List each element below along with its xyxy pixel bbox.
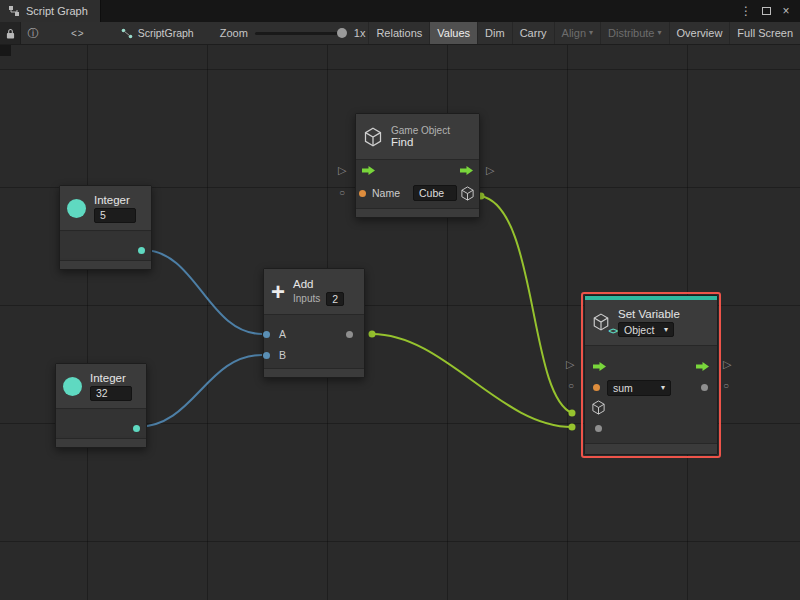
- port-b-label: B: [279, 349, 286, 361]
- graph-canvas[interactable]: Integer 5 Integer 32 + Add Inputs: [0, 45, 800, 600]
- chevron-down-icon: ▾: [658, 29, 662, 37]
- zoom-slider[interactable]: [255, 22, 347, 45]
- wire-add-to-setvariable[interactable]: [372, 334, 572, 427]
- gameobject-cube-icon: [363, 127, 383, 147]
- align-button[interactable]: Align ▾: [554, 22, 600, 44]
- inputs-label: Inputs: [293, 293, 320, 304]
- window-tab-title: Script Graph: [26, 5, 88, 17]
- values-button[interactable]: Values: [429, 22, 477, 44]
- node-set-variable[interactable]: <> Set Variable Object ▾ sum ▾: [584, 295, 718, 455]
- name-value-input[interactable]: Cube: [413, 185, 457, 201]
- carry-button[interactable]: Carry: [512, 22, 554, 44]
- script-graph-icon: [8, 5, 20, 17]
- add-icon: +: [271, 280, 285, 304]
- variable-name-dropdown[interactable]: sum ▾: [607, 380, 671, 396]
- node-title: Integer: [90, 372, 126, 384]
- graph-asset-icon: [121, 28, 133, 39]
- flow-out-port[interactable]: [460, 166, 473, 175]
- selection-outline: <> Set Variable Object ▾ sum ▾: [581, 292, 721, 458]
- relation-triangle-icon: ▷: [566, 358, 574, 371]
- node-integer-32[interactable]: Integer 32: [55, 363, 147, 448]
- node-title: Add: [293, 278, 313, 290]
- variable-name-port[interactable]: [593, 384, 600, 391]
- flow-in-port[interactable]: [362, 166, 375, 175]
- lock-icon: [6, 28, 15, 39]
- wire-find-to-setvariable[interactable]: [481, 196, 572, 413]
- relation-circle-icon: ○: [339, 187, 345, 198]
- graph-breadcrumb[interactable]: ScriptGraph: [121, 22, 194, 44]
- wire-integer32-to-add-b[interactable]: [137, 355, 262, 427]
- zoom-label: Zoom: [220, 27, 248, 39]
- set-variable-icon: <>: [592, 313, 610, 333]
- wire-integer5-to-add-a[interactable]: [143, 250, 262, 334]
- overview-button[interactable]: Overview: [669, 22, 730, 44]
- target-object-port[interactable]: [591, 400, 606, 415]
- distribute-button[interactable]: Distribute ▾: [600, 22, 668, 44]
- wire-endpoint: [569, 410, 576, 417]
- maximize-icon[interactable]: [758, 3, 774, 19]
- graph-toolbar: ⓘ <> ScriptGraph Zoom 1x Relations Value…: [0, 22, 800, 45]
- node-category: Game Object: [391, 125, 450, 136]
- lock-button[interactable]: [0, 22, 21, 44]
- port-a-label: A: [279, 328, 286, 340]
- node-integer-5[interactable]: Integer 5: [59, 185, 152, 270]
- code-icon: <>: [71, 28, 85, 39]
- value-output-port[interactable]: [701, 384, 708, 391]
- info-icon: ⓘ: [28, 26, 39, 41]
- node-title: Integer: [94, 194, 130, 206]
- inputs-count-input[interactable]: 2: [326, 292, 344, 306]
- integer-literal-icon: [63, 377, 82, 396]
- node-title: Find: [391, 136, 413, 148]
- flow-out-port[interactable]: [696, 362, 709, 371]
- integer-value-input[interactable]: 5: [94, 208, 136, 223]
- value-input-port[interactable]: [595, 425, 602, 432]
- relation-triangle-icon: ▷: [338, 164, 346, 177]
- output-port[interactable]: [138, 247, 145, 254]
- relation-circle-icon: ○: [568, 380, 574, 391]
- node-add[interactable]: + Add Inputs 2 A B: [263, 268, 365, 378]
- title-bar: Script Graph ⋮ ×: [0, 0, 800, 22]
- integer-value-input[interactable]: 32: [90, 386, 132, 401]
- output-port-sum[interactable]: [346, 331, 353, 338]
- close-icon[interactable]: ×: [778, 3, 794, 19]
- chevron-down-icon: ▾: [664, 326, 668, 334]
- integer-literal-icon: [67, 199, 86, 218]
- canvas-origin-marker: [0, 45, 11, 56]
- gameobject-output-port[interactable]: [460, 186, 475, 201]
- relation-triangle-icon: ▷: [723, 358, 731, 371]
- relations-button[interactable]: Relations: [368, 22, 429, 44]
- variable-scope-dropdown[interactable]: Object ▾: [618, 322, 674, 337]
- zoom-value: 1x: [354, 27, 366, 39]
- graph-name-label: ScriptGraph: [138, 27, 194, 39]
- relation-circle-icon: ○: [723, 380, 729, 391]
- wire-endpoint: [369, 331, 376, 338]
- wire-endpoint: [569, 424, 576, 431]
- flow-in-port[interactable]: [593, 362, 606, 371]
- input-port-b[interactable]: [263, 352, 270, 359]
- node-gameobject-find[interactable]: Game Object Find Name Cube: [355, 113, 480, 218]
- output-port[interactable]: [133, 425, 140, 432]
- chevron-down-icon: ▾: [661, 384, 665, 392]
- chevron-down-icon: ▾: [589, 29, 593, 37]
- zoom-slider-handle[interactable]: [337, 28, 347, 38]
- zoom-slider-track[interactable]: [255, 32, 347, 35]
- relation-triangle-icon: ▷: [486, 164, 494, 177]
- node-title: Set Variable: [618, 308, 680, 320]
- kebab-menu-icon[interactable]: ⋮: [738, 3, 754, 19]
- dim-button[interactable]: Dim: [477, 22, 512, 44]
- fullscreen-button[interactable]: Full Screen: [729, 22, 800, 44]
- edit-script-button[interactable]: <>: [71, 22, 85, 44]
- info-button[interactable]: ⓘ: [21, 22, 45, 44]
- input-port-a[interactable]: [263, 331, 270, 338]
- name-port-label: Name: [372, 187, 400, 199]
- name-input-port[interactable]: [359, 190, 366, 197]
- window-tab-script-graph[interactable]: Script Graph: [0, 0, 101, 22]
